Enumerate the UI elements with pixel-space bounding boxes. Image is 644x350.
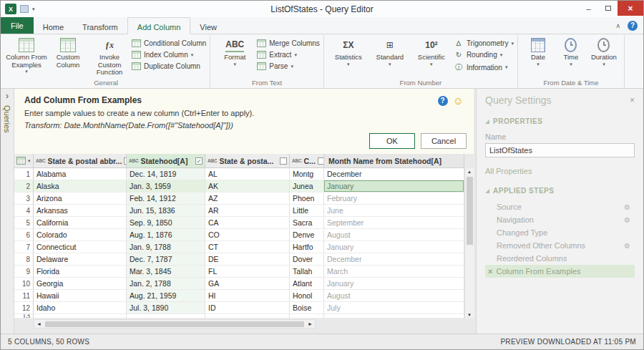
scroll-left-icon[interactable]: ◄ [34, 321, 44, 328]
close-settings-icon[interactable]: × [630, 95, 635, 105]
vertical-scroll-thumb[interactable] [467, 177, 473, 245]
cancel-button[interactable]: Cancel [421, 133, 467, 149]
column-header-statehood-a[interactable]: ABCStatehood[A]✓ [127, 154, 205, 167]
cell-capital[interactable]: Sacra [290, 217, 324, 229]
cell-month-preview[interactable]: January [324, 278, 464, 290]
ribbon-button-time[interactable]: Time▾ [555, 36, 587, 78]
scroll-up-icon[interactable]: ▲ [467, 168, 472, 175]
cell-capital[interactable]: Honol [290, 290, 324, 302]
ribbon-button-format[interactable]: ABCFormat▾ [214, 36, 255, 78]
cell-month-preview[interactable]: September [324, 217, 464, 229]
row-number[interactable]: 6 [14, 229, 34, 241]
qat-dropdown-icon[interactable]: ▾ [32, 6, 35, 12]
ribbon-button-conditional-column[interactable]: Conditional Column [132, 39, 206, 47]
cell-month-preview[interactable]: January [324, 241, 464, 253]
ribbon-button-extract[interactable]: Extract▾ [257, 51, 320, 59]
ribbon-button-custom-column[interactable]: Custom Column [47, 36, 89, 78]
cell-month-preview[interactable]: August [324, 290, 464, 302]
applied-step-navigation[interactable]: Navigation⚙ [485, 213, 635, 226]
cell-statehood[interactable]: Dec. 7, 1787 [127, 253, 205, 266]
cell-statehood[interactable]: Jun. 15, 1836 [127, 205, 205, 217]
cell-state[interactable]: Connecticut [34, 241, 127, 253]
cell-month-preview[interactable]: March [324, 266, 464, 278]
cell-statehood[interactable]: Jan. 3, 1959 [127, 180, 205, 193]
column-checkbox[interactable] [318, 157, 324, 165]
column-checkbox-checked[interactable]: ✓ [195, 157, 203, 165]
cell-statehood[interactable]: Aug. 1, 1876 [127, 229, 205, 241]
ok-button[interactable]: OK [369, 133, 415, 149]
ribbon-button-parse[interactable]: Parse▾ [257, 62, 320, 70]
expand-queries-icon[interactable]: › [6, 92, 9, 99]
horizontal-scrollbar[interactable]: ◄ ► [34, 319, 316, 329]
cell-month-preview[interactable]: August [324, 229, 464, 241]
cell-state[interactable]: Idaho [34, 302, 127, 314]
row-number[interactable]: 12 [14, 302, 34, 314]
row-number[interactable]: 5 [14, 217, 34, 229]
ribbon-button-duplicate-column[interactable]: Duplicate Column [132, 62, 206, 70]
tab-add-column[interactable]: Add Column [127, 17, 191, 34]
cell-postal[interactable]: AK [205, 180, 290, 193]
cell-statehood[interactable]: Jul. 3, 1890 [127, 302, 205, 314]
applied-step-changed-type[interactable]: Changed Type [485, 226, 635, 239]
column-header-state-posta[interactable]: ABCState & posta... [205, 154, 290, 167]
cell-postal[interactable]: DE [205, 253, 290, 266]
ribbon-button-date[interactable]: Date▾ [522, 36, 555, 78]
step-settings-gear-icon[interactable]: ⚙ [624, 203, 630, 211]
row-number[interactable]: 7 [14, 241, 34, 253]
row-number[interactable]: 4 [14, 205, 34, 217]
cell-month-preview[interactable]: June [324, 205, 464, 217]
cell-statehood[interactable]: Mar. 3, 1845 [127, 266, 205, 278]
cell-statehood[interactable]: Jan. 2, 1788 [127, 278, 205, 290]
queries-pane-collapsed[interactable]: › Queries [1, 89, 14, 334]
ribbon-button-standard[interactable]: ⊞Standard▾ [369, 36, 411, 78]
ribbon-button-duration[interactable]: Duration▾ [587, 36, 620, 78]
cell-month-preview[interactable]: February [324, 193, 464, 205]
cell-capital[interactable]: Junea [290, 180, 324, 193]
ribbon-button-trigonometry[interactable]: ∆Trigonometry▾ [454, 39, 514, 47]
maximize-button[interactable] [598, 1, 618, 16]
ribbon-button-merge-columns[interactable]: Merge Columns [257, 39, 320, 47]
cell-statehood[interactable]: Dec. 14, 1819 [127, 168, 205, 180]
cell-postal[interactable]: CA [205, 217, 290, 229]
column-header-state-postal-abbr[interactable]: ABCState & postal abbr... [34, 154, 127, 167]
cell-postal[interactable]: ID [205, 302, 290, 314]
cell-postal[interactable]: CT [205, 241, 290, 253]
examples-help-icon[interactable]: ? [438, 96, 448, 106]
row-number[interactable]: 8 [14, 253, 34, 266]
cell-capital[interactable]: Hartfo [290, 241, 324, 253]
table-corner-button[interactable]: ▾ [14, 154, 34, 167]
cell-statehood[interactable]: Jan. 9, 1788 [127, 241, 205, 253]
cell-state[interactable]: Florida [34, 266, 127, 278]
cell-postal[interactable]: CO [205, 229, 290, 241]
cell-capital[interactable]: Dover [290, 253, 324, 266]
ribbon-button-information[interactable]: ⓘInformation▾ [454, 62, 514, 72]
cell-postal[interactable]: HI [205, 290, 290, 302]
ribbon-button-scientific[interactable]: 10²Scientific▾ [411, 36, 452, 78]
column-checkbox[interactable] [280, 157, 287, 165]
horizontal-scroll-thumb[interactable] [45, 321, 304, 327]
cell-state[interactable]: Arizona [34, 193, 127, 205]
column-header-c[interactable]: ABCC... [290, 154, 324, 167]
cell-month-preview[interactable]: December [324, 253, 464, 266]
ribbon-button-invoke-custom-function[interactable]: ƒxInvoke Custom Function [89, 36, 130, 78]
feedback-smiley-icon[interactable]: ☺ [453, 95, 464, 106]
applied-step-source[interactable]: Source⚙ [485, 200, 635, 213]
cell-state[interactable]: Colorado [34, 229, 127, 241]
step-settings-gear-icon[interactable]: ⚙ [624, 242, 630, 250]
cell-statehood[interactable]: Aug. 21, 1959 [127, 290, 205, 302]
cell-statehood[interactable]: Feb. 14, 1912 [127, 193, 205, 205]
applied-step-column-from-examples[interactable]: ×Column From Examples [485, 265, 635, 278]
cell-postal[interactable]: AL [205, 168, 290, 180]
applied-step-reordered-columns[interactable]: Reordered Columns [485, 252, 635, 265]
cell-state[interactable]: Alaska [34, 180, 127, 193]
tab-home[interactable]: Home [34, 17, 73, 34]
scroll-right-icon[interactable]: ► [306, 321, 315, 328]
cell-month-preview[interactable]: July [324, 302, 464, 314]
tab-view[interactable]: View [190, 17, 226, 34]
tab-transform[interactable]: Transform [73, 17, 127, 34]
column-header-month-name-from-statehood-a[interactable]: Month Name from Statehood[A] [324, 154, 464, 167]
cell-postal[interactable]: FL [205, 266, 290, 278]
cell-postal[interactable]: AR [205, 205, 290, 217]
cell-state[interactable]: Hawaii [34, 290, 127, 302]
cell-capital[interactable]: Little [290, 205, 324, 217]
